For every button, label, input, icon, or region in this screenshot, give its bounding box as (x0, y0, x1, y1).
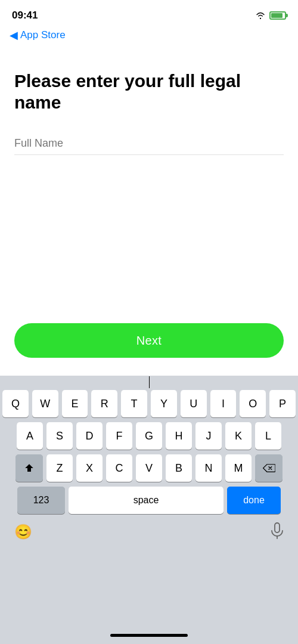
key-A[interactable]: A (17, 422, 43, 450)
emoji-key[interactable]: 😊 (14, 524, 32, 540)
key-Q[interactable]: Q (2, 390, 29, 417)
keyboard-row-1: Q W E R T Y U I O P (2, 390, 296, 417)
key-I[interactable]: I (210, 390, 237, 417)
backspace-key[interactable] (255, 454, 283, 482)
keyboard: Q W E R T Y U I O P A S D F G H J K L Z … (0, 376, 298, 626)
wifi-icon (255, 11, 266, 20)
key-M[interactable]: M (225, 454, 252, 482)
done-key[interactable]: done (227, 487, 281, 514)
key-F[interactable]: F (106, 422, 132, 450)
key-C[interactable]: C (106, 454, 132, 482)
backspace-icon (262, 463, 275, 473)
battery-fill (271, 13, 283, 18)
mic-icon (271, 522, 284, 539)
home-indicator (0, 626, 298, 644)
key-G[interactable]: G (136, 422, 162, 450)
home-bar (110, 634, 188, 637)
key-V[interactable]: V (136, 454, 162, 482)
key-T[interactable]: T (121, 390, 147, 417)
key-W[interactable]: W (32, 390, 58, 417)
svg-rect-0 (275, 523, 280, 532)
cursor-bar (149, 376, 150, 388)
next-button[interactable]: Next (14, 323, 284, 358)
keyboard-row-2: A S D F G H J K L (2, 422, 296, 450)
full-name-input[interactable] (14, 132, 284, 155)
shift-key[interactable] (15, 454, 43, 482)
key-H[interactable]: H (166, 422, 192, 450)
key-N[interactable]: N (195, 454, 222, 482)
status-time: 09:41 (12, 10, 38, 21)
key-U[interactable]: U (181, 390, 207, 417)
shift-icon (24, 463, 35, 473)
mic-key[interactable] (271, 522, 284, 542)
key-R[interactable]: R (91, 390, 117, 417)
back-navigation[interactable]: ◀ App Store (0, 26, 298, 47)
key-Z[interactable]: Z (46, 454, 73, 482)
keyboard-row-3: Z X C V B N M (2, 454, 296, 482)
key-B[interactable]: B (166, 454, 192, 482)
battery-icon (269, 11, 286, 20)
page-title: Please enter your full legal name (14, 70, 284, 113)
back-chevron-icon: ◀ (10, 29, 18, 42)
key-Y[interactable]: Y (151, 390, 177, 417)
cursor-indicator (2, 380, 296, 384)
numbers-key[interactable]: 123 (17, 487, 65, 514)
key-E[interactable]: E (62, 390, 88, 417)
key-D[interactable]: D (76, 422, 103, 450)
space-key[interactable]: space (69, 487, 224, 514)
keyboard-accessory-row: 😊 (2, 519, 296, 545)
key-X[interactable]: X (76, 454, 103, 482)
key-J[interactable]: J (195, 422, 222, 450)
space-label: space (134, 495, 159, 506)
key-L[interactable]: L (255, 422, 281, 450)
back-label: App Store (20, 29, 66, 41)
key-P[interactable]: P (269, 390, 296, 417)
main-content: Please enter your full legal name Next (0, 47, 298, 376)
keyboard-bottom-row: 123 space done (2, 487, 296, 514)
key-S[interactable]: S (46, 422, 73, 450)
key-O[interactable]: O (240, 390, 266, 417)
status-bar: 09:41 (0, 0, 298, 26)
numbers-label: 123 (33, 495, 49, 506)
done-label: done (243, 495, 265, 506)
key-K[interactable]: K (225, 422, 252, 450)
status-icons (255, 11, 286, 20)
